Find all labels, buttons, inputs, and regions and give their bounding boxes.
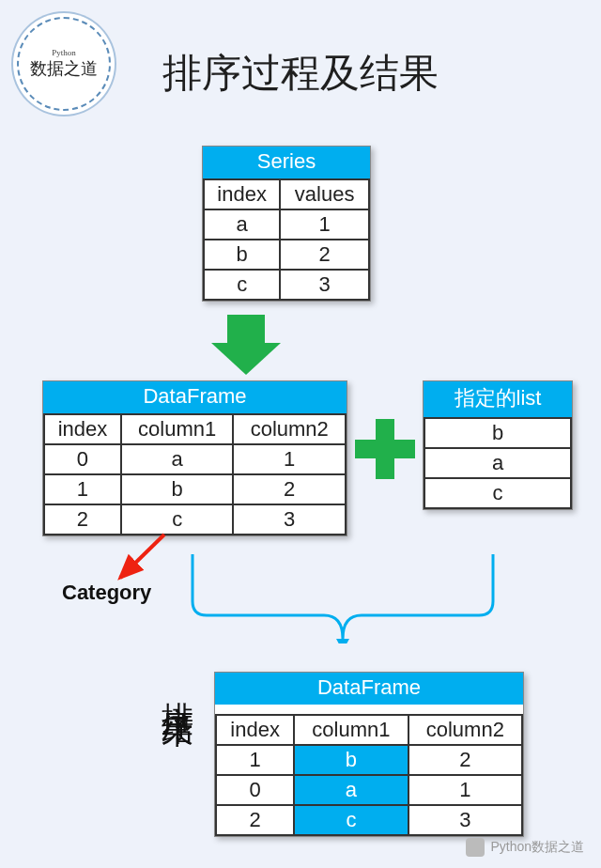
list-cell: c <box>424 478 571 508</box>
res-cell: 1 <box>216 745 294 775</box>
df-col: column2 <box>233 414 346 444</box>
result-table: index column1 column2 1b2 0a1 2c3 <box>215 714 523 836</box>
result-label: 排序结果 <box>156 676 199 699</box>
res-col: column2 <box>408 715 522 745</box>
df-cell: 2 <box>44 504 121 535</box>
list-panel: 指定的list b a c <box>423 380 573 510</box>
df-col: index <box>44 414 121 444</box>
df-cell: 1 <box>233 444 346 474</box>
df-cell: 2 <box>233 474 346 504</box>
res-cell: 2 <box>216 805 294 835</box>
series-header: Series <box>203 147 370 178</box>
watermark-text: Python数据之道 <box>490 839 584 856</box>
dataframe-table: index column1 column2 0a1 1b2 2c3 <box>43 413 347 535</box>
df-cell: 3 <box>233 504 346 535</box>
series-cell: c <box>204 270 280 300</box>
res-cell: 1 <box>408 775 522 805</box>
svg-line-0 <box>120 535 164 578</box>
res-cell-highlight: a <box>294 775 408 805</box>
plus-icon <box>355 419 415 479</box>
bracket-icon <box>188 550 498 643</box>
result-panel: DataFrame index column1 column2 1b2 0a1 … <box>214 672 524 837</box>
res-cell: 0 <box>216 775 294 805</box>
res-cell-highlight: c <box>294 805 408 835</box>
df-cell: c <box>121 504 234 535</box>
dataframe-panel: DataFrame index column1 column2 0a1 1b2 … <box>42 380 347 536</box>
series-col-values: values <box>280 179 369 209</box>
list-cell: b <box>424 418 571 448</box>
res-col: index <box>216 715 294 745</box>
arrow-category-icon <box>113 533 169 584</box>
series-cell: b <box>204 240 280 270</box>
df-col: column1 <box>121 414 234 444</box>
wechat-icon <box>466 838 485 857</box>
page-title: 排序过程及结果 <box>0 47 601 100</box>
list-cell: a <box>424 448 571 478</box>
series-cell: 3 <box>280 270 369 300</box>
list-header: 指定的list <box>424 381 572 417</box>
dataframe-header: DataFrame <box>43 381 347 413</box>
list-table: b a c <box>424 417 572 509</box>
watermark: Python数据之道 <box>466 838 584 857</box>
category-label: Category <box>62 581 151 605</box>
series-table: index values a1 b2 c3 <box>203 178 370 301</box>
res-col: column1 <box>294 715 408 745</box>
result-header: DataFrame <box>215 673 523 705</box>
df-cell: 1 <box>44 474 121 504</box>
res-cell: 3 <box>408 805 522 835</box>
res-cell: 2 <box>408 745 522 775</box>
series-cell: 2 <box>280 240 369 270</box>
series-col-index: index <box>204 179 280 209</box>
series-panel: Series index values a1 b2 c3 <box>202 146 371 302</box>
res-cell-highlight: b <box>294 745 408 775</box>
df-cell: 0 <box>44 444 121 474</box>
series-cell: a <box>204 209 280 240</box>
df-cell: a <box>121 444 234 474</box>
df-cell: b <box>121 474 234 504</box>
series-cell: 1 <box>280 209 369 240</box>
